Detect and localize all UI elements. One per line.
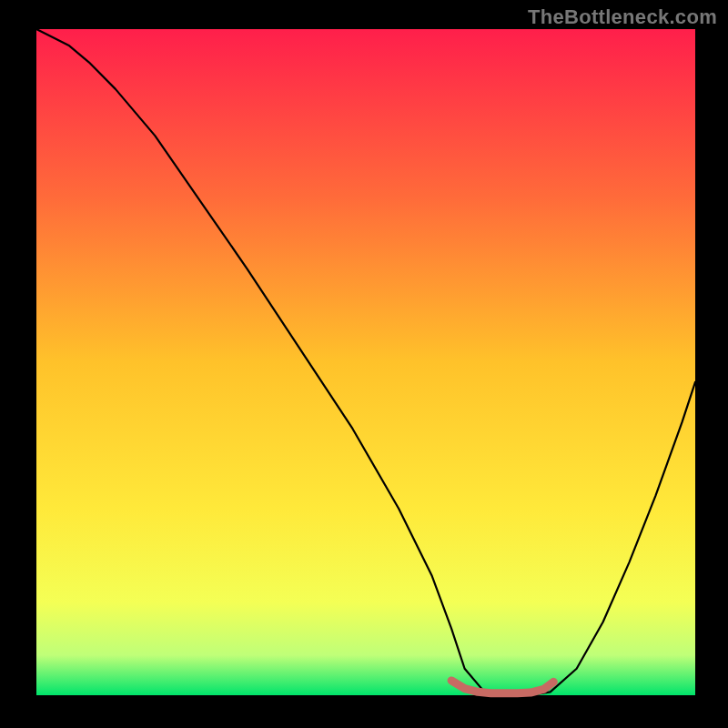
plot-background: [36, 29, 695, 695]
watermark-text: TheBottleneck.com: [528, 5, 717, 29]
chart-frame: TheBottleneck.com: [0, 0, 728, 728]
chart-canvas: [0, 0, 728, 728]
